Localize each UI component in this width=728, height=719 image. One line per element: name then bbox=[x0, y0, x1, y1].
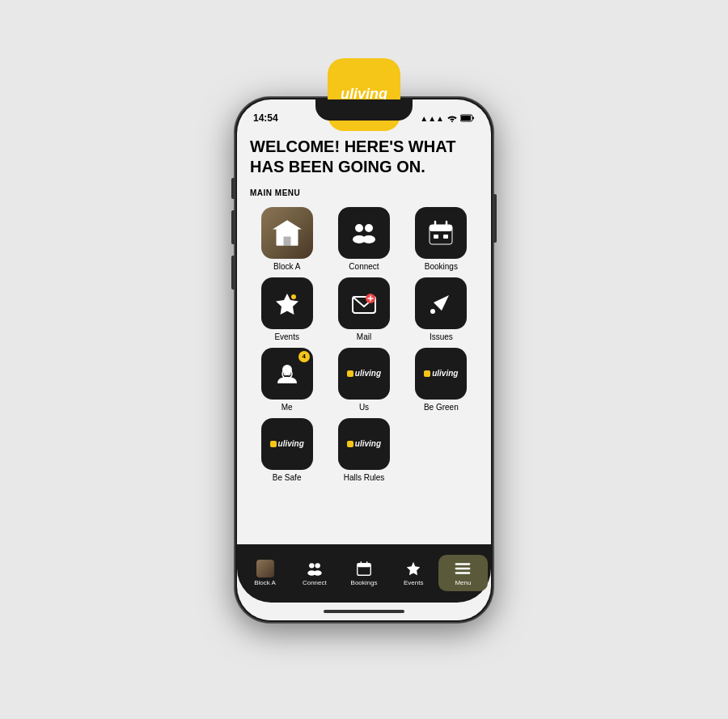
home-bar bbox=[324, 610, 404, 613]
status-time: 14:54 bbox=[253, 112, 278, 124]
svg-point-25 bbox=[313, 570, 321, 575]
me-badge: 4 bbox=[298, 351, 310, 362]
svg-rect-1 bbox=[461, 116, 471, 121]
volume-down-button bbox=[231, 256, 235, 290]
block-a-label: Block A bbox=[273, 262, 300, 271]
phone-mockup: uliving 14:54 ▲▲▲ bbox=[235, 97, 493, 623]
nav-menu-icon bbox=[454, 560, 472, 577]
grid-item-be-safe[interactable]: uliving Be Safe bbox=[250, 418, 324, 482]
nav-connect-icon bbox=[306, 560, 324, 577]
me-label: Me bbox=[281, 403, 293, 412]
grid-item-be-green[interactable]: uliving Be Green bbox=[404, 348, 478, 412]
be-safe-label: Be Safe bbox=[273, 473, 302, 482]
battery-icon bbox=[460, 114, 475, 124]
main-menu-grid: Block A Connect bbox=[250, 207, 478, 482]
me-icon: 4 bbox=[261, 348, 313, 400]
mail-icon bbox=[338, 277, 390, 329]
svg-point-9 bbox=[362, 235, 375, 243]
svg-rect-27 bbox=[358, 564, 371, 568]
svg-rect-2 bbox=[472, 116, 474, 119]
svg-point-23 bbox=[315, 563, 320, 568]
bottom-nav: Block A Connect bbox=[237, 544, 491, 603]
phone-screen: 14:54 ▲▲▲ bbox=[237, 99, 491, 620]
section-label: MAIN MENU bbox=[250, 188, 478, 197]
be-green-icon: uliving bbox=[415, 348, 467, 400]
bookings-icon bbox=[415, 207, 467, 259]
be-green-label: Be Green bbox=[424, 403, 459, 412]
nav-events-icon bbox=[404, 560, 422, 577]
halls-rules-icon: uliving bbox=[338, 418, 390, 470]
nav-menu-label: Menu bbox=[455, 579, 471, 586]
svg-rect-14 bbox=[434, 235, 438, 239]
connect-label: Connect bbox=[349, 262, 379, 271]
power-button bbox=[493, 194, 497, 243]
nav-block-a[interactable]: Block A bbox=[240, 555, 290, 591]
grid-item-block-a[interactable]: Block A bbox=[250, 207, 324, 271]
nav-menu[interactable]: Menu bbox=[438, 555, 488, 591]
grid-item-halls-rules[interactable]: uliving Halls Rules bbox=[327, 418, 400, 482]
nav-bookings[interactable]: Bookings bbox=[339, 555, 388, 591]
svg-point-22 bbox=[309, 563, 314, 568]
grid-item-bookings[interactable]: Bookings bbox=[404, 207, 478, 271]
svg-marker-4 bbox=[273, 220, 302, 229]
volume-up-button bbox=[231, 210, 235, 244]
svg-point-7 bbox=[365, 224, 373, 232]
grid-item-events[interactable]: Events bbox=[250, 277, 324, 341]
nav-connect-label: Connect bbox=[303, 579, 327, 586]
events-label: Events bbox=[274, 332, 299, 341]
connect-icon bbox=[338, 207, 390, 259]
block-a-image bbox=[261, 207, 313, 259]
svg-point-16 bbox=[291, 294, 296, 299]
nav-bookings-label: Bookings bbox=[351, 579, 378, 586]
grid-item-mail[interactable]: Mail bbox=[327, 277, 400, 341]
nav-block-a-label: Block A bbox=[254, 579, 276, 586]
nav-block-a-icon bbox=[256, 560, 274, 577]
svg-point-6 bbox=[355, 224, 363, 232]
screen-content: WELCOME! HERE'S WHAT HAS BEEN GOING ON. … bbox=[237, 127, 491, 544]
nav-connect[interactable]: Connect bbox=[290, 555, 339, 591]
grid-item-us[interactable]: uliving Us bbox=[327, 348, 400, 412]
nav-bookings-icon bbox=[355, 560, 373, 577]
status-icons: ▲▲▲ bbox=[420, 114, 475, 124]
us-label: Us bbox=[359, 403, 369, 412]
block-a-icon bbox=[261, 207, 313, 259]
svg-rect-5 bbox=[283, 236, 290, 245]
nav-events[interactable]: Events bbox=[389, 555, 438, 591]
events-icon bbox=[261, 277, 313, 329]
notch bbox=[315, 99, 413, 121]
svg-point-19 bbox=[430, 309, 435, 314]
phone-frame: 14:54 ▲▲▲ bbox=[235, 97, 493, 623]
grid-item-connect[interactable]: Connect bbox=[327, 207, 400, 271]
svg-rect-15 bbox=[443, 235, 448, 239]
welcome-title: WELCOME! HERE'S WHAT HAS BEEN GOING ON. bbox=[250, 137, 478, 177]
svg-rect-11 bbox=[430, 225, 452, 231]
issues-icon bbox=[415, 277, 467, 329]
signal-icon: ▲▲▲ bbox=[420, 114, 444, 123]
be-safe-icon: uliving bbox=[261, 418, 313, 470]
grid-item-issues[interactable]: Issues bbox=[404, 277, 478, 341]
nav-events-label: Events bbox=[404, 579, 423, 586]
halls-rules-label: Halls Rules bbox=[344, 473, 385, 482]
us-icon: uliving bbox=[338, 348, 390, 400]
bookings-label: Bookings bbox=[425, 262, 458, 271]
home-indicator bbox=[237, 603, 491, 620]
mail-label: Mail bbox=[357, 332, 371, 341]
wifi-icon bbox=[447, 114, 457, 124]
grid-item-me[interactable]: 4 Me bbox=[250, 348, 324, 412]
silent-button bbox=[231, 178, 235, 199]
issues-label: Issues bbox=[430, 332, 453, 341]
